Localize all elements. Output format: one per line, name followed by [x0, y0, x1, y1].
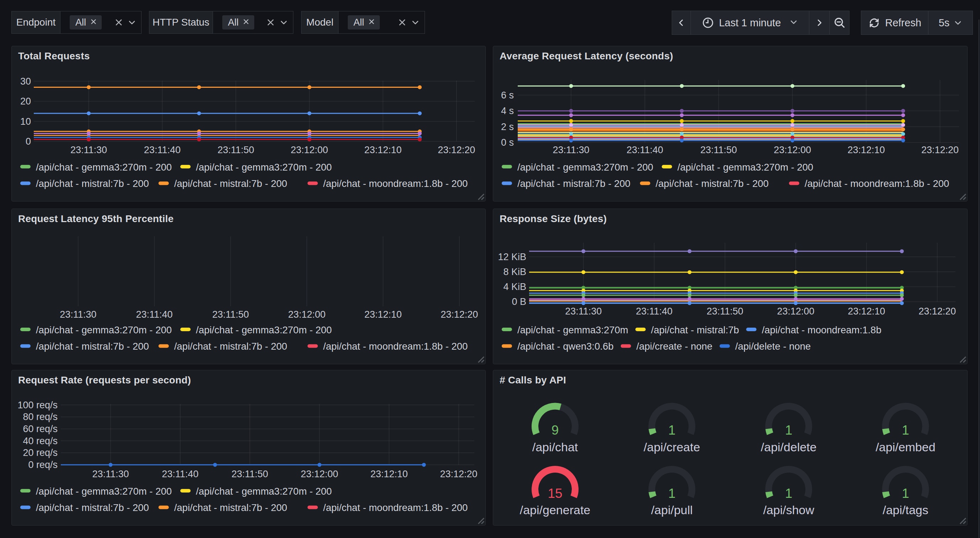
- svg-text:/api/chat - mistral:7b - 200: /api/chat - mistral:7b - 200: [174, 502, 287, 513]
- svg-text:/api/chat - gemma3:270m - 200: /api/chat - gemma3:270m - 200: [36, 486, 172, 497]
- svg-text:/api/chat: /api/chat: [532, 440, 578, 454]
- svg-text:23:12:20: 23:12:20: [921, 144, 959, 155]
- svg-text:23:11:30: 23:11:30: [565, 306, 601, 317]
- svg-text:/api/create: /api/create: [644, 440, 700, 454]
- svg-text:23:12:00: 23:12:00: [291, 144, 328, 155]
- svg-text:4 s: 4 s: [501, 106, 514, 116]
- svg-text:0 B: 0 B: [512, 296, 526, 307]
- svg-text:/api/chat - gemma3:270m - 200: /api/chat - gemma3:270m - 200: [196, 324, 332, 335]
- svg-text:1: 1: [785, 486, 792, 501]
- svg-text:23:12:10: 23:12:10: [364, 309, 402, 320]
- svg-text:23:12:20: 23:12:20: [438, 144, 475, 155]
- svg-text:23:12:20: 23:12:20: [441, 309, 478, 320]
- svg-text:23:11:30: 23:11:30: [70, 144, 107, 155]
- svg-text:/api/chat - moondream:1.8b - 2: /api/chat - moondream:1.8b - 200: [323, 502, 468, 513]
- svg-text:23:11:50: 23:11:50: [700, 144, 737, 155]
- svg-text:/api/chat - mistral:7b - 200: /api/chat - mistral:7b - 200: [36, 178, 149, 189]
- svg-text:23:11:30: 23:11:30: [92, 469, 129, 479]
- svg-text:1: 1: [785, 423, 792, 438]
- svg-text:0 s: 0 s: [501, 137, 514, 148]
- svg-text:/api/chat - moondream:1.8b - 2: /api/chat - moondream:1.8b - 200: [323, 341, 468, 352]
- svg-text:/api/chat - gemma3:270m - 200: /api/chat - gemma3:270m - 200: [36, 324, 172, 335]
- svg-text:23:11:30: 23:11:30: [553, 144, 589, 155]
- svg-text:/api/chat - mistral:7b: /api/chat - mistral:7b: [651, 324, 739, 335]
- svg-text:/api/chat - mistral:7b - 200: /api/chat - mistral:7b - 200: [36, 341, 149, 352]
- svg-text:23:11:40: 23:11:40: [627, 144, 663, 155]
- svg-text:/api/chat - gemma3:270m - 200: /api/chat - gemma3:270m - 200: [196, 486, 332, 497]
- svg-text:/api/chat - moondream:1.8b - 2: /api/chat - moondream:1.8b - 200: [805, 178, 950, 189]
- svg-text:/api/chat - gemma3:270m - 200: /api/chat - gemma3:270m - 200: [678, 162, 813, 173]
- svg-text:23:11:30: 23:11:30: [60, 309, 96, 320]
- svg-text:/api/show: /api/show: [763, 503, 814, 517]
- svg-text:23:12:00: 23:12:00: [777, 306, 814, 317]
- svg-text:/api/chat - gemma3:270m - 200: /api/chat - gemma3:270m - 200: [196, 162, 332, 173]
- svg-text:/api/chat - gemma3:270m: /api/chat - gemma3:270m: [517, 324, 628, 335]
- svg-text:/api/embed: /api/embed: [875, 440, 935, 454]
- svg-text:1: 1: [668, 423, 676, 438]
- svg-text:/api/pull: /api/pull: [651, 503, 693, 517]
- svg-text:/api/delete: /api/delete: [761, 440, 817, 454]
- svg-text:23:11:50: 23:11:50: [706, 306, 743, 317]
- svg-text:12 KiB: 12 KiB: [498, 252, 526, 262]
- svg-text:15: 15: [547, 486, 562, 501]
- svg-text:/api/chat - gemma3:270m - 200: /api/chat - gemma3:270m - 200: [36, 162, 172, 173]
- svg-text:/api/create - none: /api/create - none: [636, 341, 713, 352]
- svg-text:80 req/s: 80 req/s: [23, 411, 57, 422]
- svg-text:/api/generate: /api/generate: [520, 503, 591, 517]
- svg-text:23:11:40: 23:11:40: [136, 309, 173, 320]
- svg-text:/api/chat - moondream:1.8b: /api/chat - moondream:1.8b: [762, 324, 881, 335]
- svg-text:6 s: 6 s: [501, 90, 514, 100]
- svg-text:/api/chat - mistral:7b - 200: /api/chat - mistral:7b - 200: [174, 341, 287, 352]
- svg-text:20: 20: [20, 96, 31, 106]
- svg-text:/api/delete - none: /api/delete - none: [735, 341, 811, 352]
- svg-text:23:11:40: 23:11:40: [636, 306, 672, 317]
- svg-text:23:11:50: 23:11:50: [231, 469, 268, 479]
- svg-text:/api/chat - qwen3:0.6b: /api/chat - qwen3:0.6b: [517, 341, 614, 352]
- svg-text:23:11:40: 23:11:40: [162, 469, 199, 479]
- svg-text:23:11:50: 23:11:50: [218, 144, 254, 155]
- svg-text:40 req/s: 40 req/s: [23, 436, 57, 446]
- svg-text:30: 30: [20, 76, 31, 87]
- svg-text:60 req/s: 60 req/s: [23, 424, 57, 434]
- svg-text:8 KiB: 8 KiB: [503, 267, 526, 277]
- svg-text:2 s: 2 s: [501, 122, 514, 132]
- svg-text:/api/chat - mistral:7b - 200: /api/chat - mistral:7b - 200: [517, 178, 630, 189]
- svg-text:/api/chat - mistral:7b - 200: /api/chat - mistral:7b - 200: [656, 178, 769, 189]
- svg-text:10: 10: [20, 116, 31, 127]
- svg-text:23:12:00: 23:12:00: [288, 309, 325, 320]
- svg-text:23:12:00: 23:12:00: [301, 469, 338, 479]
- svg-text:4 KiB: 4 KiB: [503, 281, 526, 292]
- svg-text:23:12:20: 23:12:20: [440, 469, 477, 479]
- svg-text:20 req/s: 20 req/s: [23, 448, 57, 458]
- svg-text:9: 9: [552, 423, 559, 438]
- svg-text:23:12:10: 23:12:10: [847, 144, 885, 155]
- svg-text:23:11:40: 23:11:40: [144, 144, 181, 155]
- svg-text:1: 1: [902, 423, 909, 438]
- svg-text:23:12:10: 23:12:10: [371, 469, 408, 479]
- svg-text:/api/chat - gemma3:270m - 200: /api/chat - gemma3:270m - 200: [517, 162, 653, 173]
- svg-text:/api/chat - moondream:1.8b - 2: /api/chat - moondream:1.8b - 200: [323, 178, 468, 189]
- svg-text:1: 1: [668, 486, 676, 501]
- svg-text:23:11:50: 23:11:50: [212, 309, 249, 320]
- svg-text:/api/chat - mistral:7b - 200: /api/chat - mistral:7b - 200: [174, 178, 287, 189]
- svg-text:/api/chat - mistral:7b - 200: /api/chat - mistral:7b - 200: [36, 502, 149, 513]
- svg-text:23:12:20: 23:12:20: [918, 306, 956, 317]
- svg-text:0: 0: [25, 136, 31, 147]
- svg-text:23:12:10: 23:12:10: [364, 144, 401, 155]
- svg-text:0 req/s: 0 req/s: [28, 459, 57, 470]
- svg-text:23:12:10: 23:12:10: [848, 306, 885, 317]
- svg-text:1: 1: [902, 486, 909, 501]
- svg-text:100 req/s: 100 req/s: [18, 400, 57, 410]
- svg-text:23:12:00: 23:12:00: [774, 144, 811, 155]
- svg-text:/api/tags: /api/tags: [883, 503, 928, 517]
